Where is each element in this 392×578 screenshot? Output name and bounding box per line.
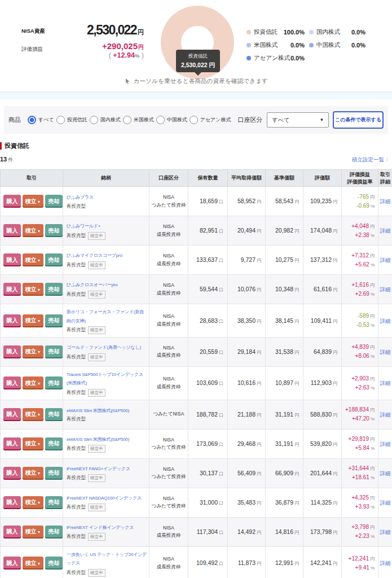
quantity: 30,137口: [188, 458, 228, 488]
fund-name-link[interactable]: iFreeNEXT FANG+インデックス: [67, 466, 130, 471]
radio-icon[interactable]: [190, 116, 198, 124]
buy-button[interactable]: 購入: [3, 526, 21, 538]
fund-name-link[interactable]: ひふみクロスオーバーpro: [67, 282, 117, 287]
product-radio-米国株式[interactable]: 米国株式: [123, 116, 154, 124]
buy-button[interactable]: 購入: [3, 314, 21, 327]
buy-button[interactable]: 購入: [3, 224, 21, 237]
apply-filter-button[interactable]: この条件で表示する: [333, 111, 384, 129]
pl-rate: ( +12.94% ): [60, 51, 144, 59]
product-radio-すべて[interactable]: すべて: [28, 116, 54, 124]
fund-name-link[interactable]: iFreeNEXT インド株インデックス: [67, 525, 134, 530]
fund-type-label: 再投資型: [67, 203, 86, 210]
tsumitate-button[interactable]: 積立▼: [23, 496, 43, 509]
product-radio-アセアン株式[interactable]: アセアン株式: [190, 116, 231, 124]
detail-link[interactable]: 詳細: [380, 380, 391, 386]
nav-price: 12,991円: [266, 546, 303, 578]
buy-button[interactable]: 購入: [3, 437, 21, 450]
buy-button[interactable]: 購入: [3, 283, 21, 296]
radio-icon[interactable]: [90, 116, 98, 124]
radio-icon[interactable]: [28, 116, 36, 124]
account-select[interactable]: すべて ▼: [267, 112, 329, 128]
tsumitate-button[interactable]: 積立▼: [23, 526, 43, 538]
buy-button[interactable]: 購入: [3, 467, 21, 480]
fund-name-link[interactable]: iFreeNEXT NASDAQ100インデックス: [67, 496, 142, 501]
detail-link[interactable]: 詳細: [380, 349, 391, 355]
detail-link[interactable]: 詳細: [380, 286, 391, 292]
sell-button[interactable]: 売却: [45, 557, 63, 570]
fund-name-link[interactable]: Tracers S&P500トップ10インデックス(米国株式): [67, 372, 143, 386]
detail-link[interactable]: 詳細: [380, 227, 391, 234]
sell-button[interactable]: 売却: [45, 526, 63, 538]
fund-name-link[interactable]: eMAXIS Slim 米国株式(S&P500): [67, 437, 129, 442]
detail-link[interactable]: 詳細: [380, 529, 391, 535]
fund-type-label: 再投資型: [67, 416, 86, 423]
column-header: 基準価額: [266, 170, 303, 187]
tsumitate-button[interactable]: 積立▼: [23, 253, 43, 266]
quantity: 109,492口: [188, 546, 228, 578]
account-type: NISA成長投資枠: [149, 546, 188, 578]
tsumitate-button[interactable]: 積立▼: [23, 557, 43, 570]
sell-button[interactable]: 売却: [45, 437, 63, 450]
product-radio-中国株式[interactable]: 中国株式: [156, 116, 187, 124]
sell-button[interactable]: 売却: [45, 345, 63, 358]
legend-item: 国内株式0.0%: [309, 28, 365, 36]
holding-row: 購入積立▼売却ゴールド・ファンド(為替ヘッジなし)再投資型積立中NISA成長投資…: [1, 337, 392, 366]
radio-icon[interactable]: [56, 116, 65, 124]
buy-button[interactable]: 購入: [3, 345, 21, 358]
tsumitate-button[interactable]: 積立▼: [23, 437, 43, 450]
asset-unit: 円: [138, 29, 144, 36]
fund-name-link[interactable]: ひふみマイクロスコープpro: [67, 253, 122, 258]
detail-link[interactable]: 詳細: [380, 411, 391, 418]
sell-button[interactable]: 売却: [45, 283, 63, 296]
fund-name-link[interactable]: eMAXIS Slim 米国株式(S&P500): [67, 408, 129, 413]
buy-button[interactable]: 購入: [3, 557, 21, 570]
product-radio-投資信託[interactable]: 投資信託: [56, 116, 87, 124]
buy-button[interactable]: 購入: [3, 408, 21, 421]
detail-link[interactable]: 詳細: [380, 560, 391, 566]
radio-icon[interactable]: [156, 116, 165, 124]
tsumitate-button[interactable]: 積立▼: [23, 283, 43, 296]
tsumitate-button[interactable]: 積立▼: [23, 224, 43, 237]
tsumitate-button[interactable]: 積立▼: [23, 467, 43, 480]
legend-label: 米国株式: [254, 41, 278, 49]
tsumitate-button[interactable]: 積立▼: [23, 376, 43, 389]
detail-link[interactable]: 詳細: [380, 257, 391, 263]
sell-button[interactable]: 売却: [45, 376, 63, 389]
quantity: 20,559口: [188, 337, 228, 366]
buy-button[interactable]: 購入: [3, 496, 21, 509]
column-header: 銘柄: [63, 170, 149, 187]
sell-button[interactable]: 売却: [45, 408, 63, 421]
section-marker: [0, 142, 2, 150]
holding-row: 購入積立▼売却ひふみプラス再投資型NISAつみたて投資枠18,659口58,95…: [1, 187, 392, 216]
sell-button[interactable]: 売却: [45, 467, 63, 480]
buy-button[interactable]: 購入: [3, 253, 21, 266]
sell-button[interactable]: 売却: [45, 195, 63, 208]
legend-value: 0.0%: [351, 29, 365, 36]
detail-link[interactable]: 詳細: [380, 441, 391, 447]
fund-name-link[interactable]: ひふみワールド+: [67, 224, 100, 229]
fund-name-link[interactable]: ゴールド・ファンド(為替ヘッジなし): [67, 345, 141, 350]
product-radio-国内株式[interactable]: 国内株式: [90, 116, 121, 124]
tsumitate-button[interactable]: 積立▼: [23, 408, 43, 421]
fund-name-link[interactable]: 新ホリコ・フォーカス・ファンド(新自由の女神): [67, 309, 144, 323]
tsumitate-button[interactable]: 積立▼: [23, 345, 43, 358]
tsumitate-active-badge: 積立中: [88, 291, 105, 299]
sell-button[interactable]: 売却: [45, 496, 63, 509]
tsumitate-active-badge: 積立中: [88, 445, 105, 453]
sell-button[interactable]: 売却: [45, 224, 63, 237]
radio-icon[interactable]: [123, 116, 131, 124]
detail-link[interactable]: 詳細: [380, 470, 391, 476]
detail-link[interactable]: 詳細: [380, 318, 391, 324]
avg-acquisition-price: 10,076円: [228, 275, 266, 304]
detail-link[interactable]: 詳細: [380, 500, 391, 506]
detail-link[interactable]: 詳細: [380, 198, 391, 204]
tsumitate-settings-link[interactable]: 積立設定一覧 〉: [352, 156, 391, 164]
sell-button[interactable]: 売却: [45, 253, 63, 266]
fund-name-link[interactable]: ひふみプラス: [67, 195, 94, 200]
tsumitate-button[interactable]: 積立▼: [23, 195, 43, 208]
fund-name-link[interactable]: 一歩先いく US テック・トップ20インデックス: [67, 552, 147, 566]
tsumitate-button[interactable]: 積立▼: [23, 314, 43, 327]
buy-button[interactable]: 購入: [3, 195, 21, 208]
buy-button[interactable]: 購入: [3, 376, 21, 389]
sell-button[interactable]: 売却: [45, 314, 63, 327]
